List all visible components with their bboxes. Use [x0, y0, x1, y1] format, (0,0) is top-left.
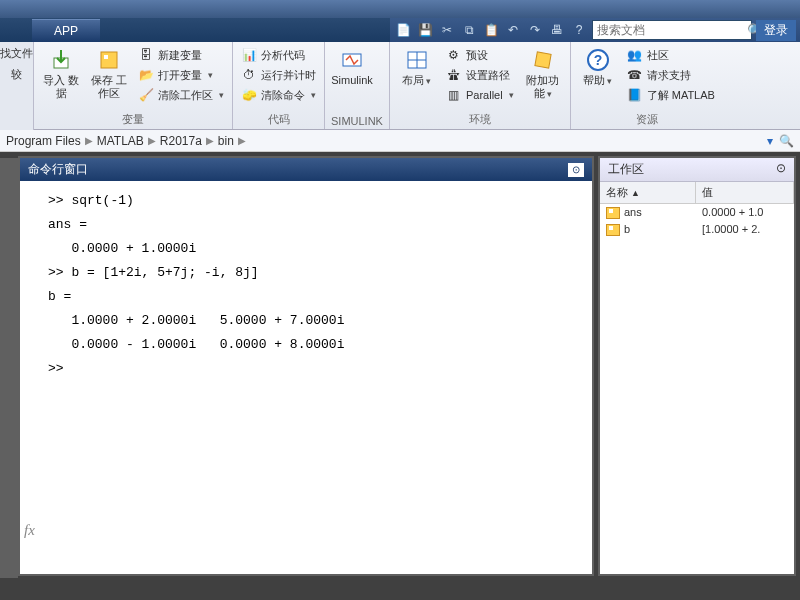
- run-time-button[interactable]: ⏱运行并计时: [239, 66, 318, 84]
- find-files-label[interactable]: 找文件: [0, 46, 33, 61]
- command-window-panel: 命令行窗口 ⊙ fx >> sqrt(-1)ans = 0.0000 + 1.0…: [18, 156, 594, 576]
- analyze-icon: 📊: [241, 47, 257, 63]
- print-icon[interactable]: 🖶: [548, 21, 566, 39]
- fx-icon[interactable]: fx: [24, 518, 35, 542]
- open-variable-button[interactable]: 📂打开变量▾: [136, 66, 226, 84]
- parallel-icon: ▥: [446, 87, 462, 103]
- doc-icon[interactable]: 📄: [394, 21, 412, 39]
- group-code: 📊分析代码 ⏱运行并计时 🧽清除命令▾ 代码: [233, 42, 325, 129]
- cmd-line: 0.0000 + 1.0000i: [48, 237, 592, 261]
- search-docs[interactable]: 🔍: [592, 20, 752, 40]
- address-bar[interactable]: Program Files▶ MATLAB▶ R2017a▶ bin▶ ▾ 🔍: [0, 130, 800, 152]
- clear-workspace-button[interactable]: 🧹清除工作区▾: [136, 86, 226, 104]
- learn-icon: 📘: [627, 87, 643, 103]
- ribbon-toolbar: 导入 数据 保存 工作区 🗄新建变量 📂打开变量▾ 🧹清除工作区▾ 变量 📊分析…: [34, 42, 800, 130]
- path-icon: 🛣: [446, 67, 462, 83]
- layout-button[interactable]: 布局▾: [396, 44, 438, 88]
- import-icon: [49, 48, 73, 72]
- analyze-code-button[interactable]: 📊分析代码: [239, 46, 318, 64]
- workspace-header: 名称 ▲ 值: [600, 182, 794, 204]
- chevron-down-icon[interactable]: ▾: [767, 134, 773, 148]
- chevron-down-icon: ▾: [311, 90, 316, 100]
- breadcrumb-item[interactable]: MATLAB: [97, 134, 144, 148]
- cmd-line: >> sqrt(-1): [48, 189, 592, 213]
- clear-ws-icon: 🧹: [138, 87, 154, 103]
- new-variable-button[interactable]: 🗄新建变量: [136, 46, 226, 64]
- help-big-icon: ?: [586, 48, 610, 72]
- workspace-row[interactable]: b[1.0000 + 2.: [600, 221, 794, 238]
- breadcrumb-item[interactable]: bin: [218, 134, 234, 148]
- group-label-variables: 变量: [40, 111, 226, 129]
- simulink-icon: [340, 48, 364, 72]
- community-button[interactable]: 👥社区: [625, 46, 717, 64]
- group-resources: ? 帮助▾ 👥社区 ☎请求支持 📘了解 MATLAB 资源: [571, 42, 723, 129]
- cmd-line: ans =: [48, 213, 592, 237]
- login-button[interactable]: 登录: [756, 20, 796, 41]
- preferences-button[interactable]: ⚙预设: [444, 46, 516, 64]
- col-value[interactable]: 值: [696, 182, 794, 203]
- new-var-icon: 🗄: [138, 47, 154, 63]
- import-label: 导入 数据: [40, 74, 82, 100]
- support-button[interactable]: ☎请求支持: [625, 66, 717, 84]
- timer-icon: ⏱: [241, 67, 257, 83]
- cmd-line: >> b = [1+2i, 5+7j; -i, 8j]: [48, 261, 592, 285]
- quick-access-toolbar: 📄 💾 ✂ ⧉ 📋 ↶ ↷ 🖶 ? 🔍 登录: [390, 18, 800, 42]
- breadcrumb-item[interactable]: R2017a: [160, 134, 202, 148]
- panel-menu-icon[interactable]: ⊙: [568, 163, 584, 177]
- chevron-down-icon: ▾: [219, 90, 224, 100]
- paste-icon[interactable]: 📋: [482, 21, 500, 39]
- redo-icon[interactable]: ↷: [526, 21, 544, 39]
- breadcrumb-item[interactable]: Program Files: [6, 134, 81, 148]
- addons-button[interactable]: 附加功能▾: [522, 44, 564, 101]
- chevron-right-icon: ▶: [85, 135, 93, 146]
- panel-menu-icon[interactable]: ⊙: [776, 161, 786, 178]
- copy-icon[interactable]: ⧉: [460, 21, 478, 39]
- svg-rect-1: [101, 52, 117, 68]
- variable-icon: [606, 224, 620, 236]
- col-name[interactable]: 名称 ▲: [600, 182, 696, 203]
- main-area: 命令行窗口 ⊙ fx >> sqrt(-1)ans = 0.0000 + 1.0…: [0, 152, 800, 580]
- command-window-body[interactable]: fx >> sqrt(-1)ans = 0.0000 + 1.0000i>> b…: [20, 181, 592, 574]
- addons-label: 附加功能▾: [522, 74, 564, 101]
- layout-icon: [405, 48, 429, 72]
- search-toggle-icon[interactable]: 🔍: [779, 134, 794, 148]
- save-icon[interactable]: 💾: [416, 21, 434, 39]
- cut-icon[interactable]: ✂: [438, 21, 456, 39]
- set-path-button[interactable]: 🛣设置路径: [444, 66, 516, 84]
- group-simulink: Simulink SIMULINK: [325, 42, 390, 129]
- search-input[interactable]: [597, 23, 747, 37]
- left-gutter: [0, 158, 18, 578]
- simulink-button[interactable]: Simulink: [331, 44, 373, 87]
- cmd-line: 1.0000 + 2.0000i 5.0000 + 7.0000i: [48, 309, 592, 333]
- save-ws-label: 保存 工作区: [88, 74, 130, 100]
- community-icon: 👥: [627, 47, 643, 63]
- undo-icon[interactable]: ↶: [504, 21, 522, 39]
- workspace-row[interactable]: ans0.0000 + 1.0: [600, 204, 794, 221]
- chevron-down-icon: ▾: [208, 70, 213, 80]
- learn-matlab-button[interactable]: 📘了解 MATLAB: [625, 86, 717, 104]
- parallel-button[interactable]: ▥Parallel▾: [444, 86, 516, 104]
- help-icon[interactable]: ?: [570, 21, 588, 39]
- chevron-right-icon: ▶: [148, 135, 156, 146]
- variable-icon: [606, 207, 620, 219]
- svg-text:?: ?: [593, 52, 602, 68]
- compare-label[interactable]: 较: [11, 67, 22, 82]
- chevron-right-icon: ▶: [206, 135, 214, 146]
- group-environment: 布局▾ ⚙预设 🛣设置路径 ▥Parallel▾ 附加功能▾ 环境: [390, 42, 571, 129]
- workspace-panel: 工作区 ⊙ 名称 ▲ 值 ans0.0000 + 1.0b[1.0000 + 2…: [598, 156, 796, 576]
- import-data-button[interactable]: 导入 数据: [40, 44, 82, 100]
- help-button[interactable]: ? 帮助▾: [577, 44, 619, 88]
- simulink-label: Simulink: [331, 74, 373, 87]
- chevron-down-icon: ▾: [509, 90, 514, 100]
- help-label: 帮助▾: [583, 74, 612, 88]
- layout-label: 布局▾: [402, 74, 431, 88]
- title-bar: [0, 0, 800, 18]
- cmd-line: b =: [48, 285, 592, 309]
- chevron-right-icon: ▶: [238, 135, 246, 146]
- addons-icon: [531, 48, 555, 72]
- tab-app[interactable]: APP: [32, 19, 100, 42]
- clear-commands-button[interactable]: 🧽清除命令▾: [239, 86, 318, 104]
- support-icon: ☎: [627, 67, 643, 83]
- save-workspace-button[interactable]: 保存 工作区: [88, 44, 130, 100]
- group-label-simulink: SIMULINK: [331, 114, 383, 129]
